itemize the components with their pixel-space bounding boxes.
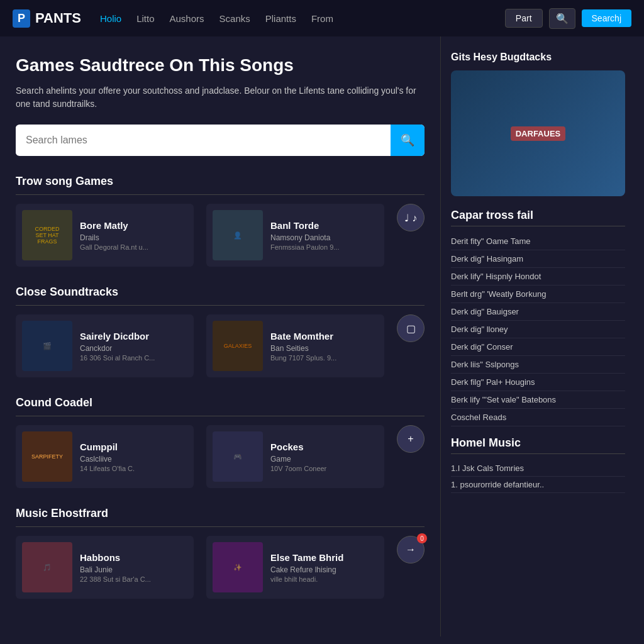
- section-title-1: Trow song Games: [16, 175, 425, 188]
- part-button[interactable]: Part: [505, 9, 543, 28]
- capar-item-10[interactable]: Coschel Reads: [451, 409, 625, 426]
- item-sub-1: Drails: [80, 233, 187, 242]
- capar-item-3[interactable]: Berlt drg" 'Weatly Borkung: [451, 286, 625, 303]
- searchj-button[interactable]: Searchj: [582, 9, 631, 27]
- item-card-bate-momther[interactable]: GALAXIES Bate Momther Ban Seities Bung 7…: [206, 314, 384, 377]
- homel-item-1[interactable]: 1. psourorride defantieur..: [451, 477, 625, 493]
- nav-item-from[interactable]: From: [311, 13, 333, 24]
- section-divider-3: [16, 416, 425, 416]
- item-detail-8: ville bhilt headi.: [270, 575, 378, 583]
- item-thumb-1: CORDEDSET HATFRAGS: [22, 210, 72, 260]
- featured-title: Gits Hesy Bugdtacks: [451, 52, 625, 63]
- item-name-4: Bate Momther: [270, 331, 378, 341]
- item-sub-8: Cake Refure lhising: [270, 565, 378, 574]
- capar-item-2[interactable]: Derk lify" Hispnly Hondot: [451, 268, 625, 286]
- item-name-2: Banl Torde: [270, 220, 378, 231]
- item-info-6: Pockes Game 10V 7oom Coneer: [270, 441, 378, 472]
- right-sidebar: Gits Hesy Bugdtacks DARFAUES Capar tross…: [440, 36, 635, 636]
- nav-item-holio[interactable]: Holio: [100, 13, 121, 24]
- capar-item-5[interactable]: Derk dig" lloney: [451, 321, 625, 338]
- item-card-sairely[interactable]: 🎬 Sairely Dicdbor Canckdor 16 306 Soi al…: [16, 314, 194, 377]
- nav-item-pliantts[interactable]: Pliantts: [265, 13, 296, 24]
- item-info-3: Sairely Dicdbor Canckdor 16 306 Soi al R…: [80, 331, 187, 362]
- logo-icon: P: [13, 9, 30, 28]
- item-card-bore-matly[interactable]: CORDEDSET HATFRAGS Bore Matly Drails Gal…: [16, 204, 194, 267]
- section-title-3: Cound Coadel: [16, 396, 425, 409]
- item-thumb-8: ✨: [213, 542, 263, 592]
- section-trow-song-games: Trow song Games CORDEDSET HATFRAGS Bore …: [16, 175, 425, 267]
- search-input[interactable]: [16, 126, 391, 155]
- search-bar: 🔍: [16, 125, 425, 156]
- item-card-banl-torde[interactable]: 👤 Banl Torde Namsony Daniota Fenmssiaa P…: [206, 204, 384, 267]
- item-thumb-6: 🎮: [213, 431, 263, 482]
- nav-item-aushors[interactable]: Aushors: [170, 13, 204, 24]
- capar-item-6[interactable]: Derk dig" Conser: [451, 338, 625, 356]
- item-detail-1: Gall Degoral Ra.nt u...: [80, 243, 187, 251]
- section-music-ehostfrard: Music Ehostfrard 🎵 Habbons Bali Junie 22…: [16, 507, 425, 599]
- magnifier-button[interactable]: 🔍: [549, 8, 575, 29]
- action-button-4-wrapper: → 0: [397, 536, 425, 599]
- item-detail-4: Bung 7107 Splus. 9...: [270, 354, 378, 362]
- nav: Holio Litto Aushors Scanks Pliantts From: [100, 13, 486, 24]
- item-card-cumppil[interactable]: SARPIFETY Cumppil Caslcliive 14 Lifeats …: [16, 425, 194, 488]
- item-name-6: Pockes: [270, 441, 378, 452]
- capar-item-9[interactable]: Berk lify "'Set vale" Batebons: [451, 391, 625, 409]
- action-button-2[interactable]: ▢: [397, 314, 425, 342]
- capar-item-8[interactable]: Derk filg" Pal+ Hougins: [451, 374, 625, 391]
- homel-divider: [451, 453, 625, 454]
- header: P PANTS Holio Litto Aushors Scanks Plian…: [0, 0, 644, 36]
- items-row-4: 🎵 Habbons Bali Junie 22 388 Sut si Bar'a…: [16, 536, 425, 599]
- item-card-else-tame[interactable]: ✨ Else Tame Bhrid Cake Refure lhising vi…: [206, 536, 384, 599]
- featured-movie-label: DARFAUES: [511, 126, 566, 141]
- item-thumb-3: 🎬: [22, 321, 72, 371]
- item-thumb-7: 🎵: [22, 542, 72, 592]
- item-sub-4: Ban Seities: [270, 344, 378, 353]
- item-sub-3: Canckdor: [80, 344, 187, 353]
- items-row-3: SARPIFETY Cumppil Caslcliive 14 Lifeats …: [16, 425, 425, 488]
- item-info-8: Else Tame Bhrid Cake Refure lhising vill…: [270, 552, 378, 583]
- item-sub-6: Game: [270, 455, 378, 464]
- nav-item-litto[interactable]: Litto: [136, 13, 154, 24]
- featured-image: DARFAUES: [451, 70, 625, 196]
- items-row-1: CORDEDSET HATFRAGS Bore Matly Drails Gal…: [16, 204, 425, 267]
- search-button[interactable]: 🔍: [391, 125, 425, 156]
- action-badge-4: 0: [417, 533, 427, 543]
- capar-item-7[interactable]: Derk liis" Sslpongs: [451, 356, 625, 374]
- item-info-1: Bore Matly Drails Gall Degoral Ra.nt u..…: [80, 220, 187, 251]
- left-content: Games Saudtrece On This Songs Search ahe…: [0, 36, 440, 636]
- item-sub-5: Caslcliive: [80, 455, 187, 464]
- header-right: Part 🔍 Searchj: [505, 8, 631, 29]
- item-name-5: Cumppil: [80, 441, 187, 452]
- item-detail-7: 22 388 Sut si Bar'a C...: [80, 575, 187, 583]
- capar-title: Capar tross fail: [451, 209, 625, 222]
- item-info-7: Habbons Bali Junie 22 388 Sut si Bar'a C…: [80, 552, 187, 583]
- item-detail-5: 14 Lifeats O'fia C.: [80, 465, 187, 472]
- action-button-3[interactable]: +: [397, 425, 425, 453]
- section-divider-2: [16, 305, 425, 306]
- item-name-8: Else Tame Bhrid: [270, 552, 378, 563]
- section-divider-1: [16, 194, 425, 195]
- items-row-2: 🎬 Sairely Dicdbor Canckdor 16 306 Soi al…: [16, 314, 425, 377]
- item-detail-2: Fenmssiaa Paulon 9...: [270, 243, 378, 251]
- item-name-1: Bore Matly: [80, 220, 187, 231]
- item-thumb-2: 👤: [213, 210, 263, 260]
- main-layout: Games Saudtrece On This Songs Search ahe…: [0, 36, 644, 636]
- item-info-4: Bate Momther Ban Seities Bung 7107 Splus…: [270, 331, 378, 362]
- logo[interactable]: P PANTS: [13, 9, 81, 28]
- item-thumb-5: SARPIFETY: [22, 431, 72, 482]
- item-detail-3: 16 306 Soi al Ranch C...: [80, 354, 187, 362]
- capar-item-4[interactable]: Derk dig" Bauigser: [451, 303, 625, 321]
- page-desc: Search ahelints your offere your soutcho…: [16, 84, 425, 111]
- section-title-4: Music Ehostfrard: [16, 507, 425, 520]
- item-thumb-4: GALAXIES: [213, 321, 263, 371]
- item-sub-2: Namsony Daniota: [270, 233, 378, 242]
- item-card-pockes[interactable]: 🎮 Pockes Game 10V 7oom Coneer: [206, 425, 384, 488]
- nav-item-scanks[interactable]: Scanks: [219, 13, 250, 24]
- item-name-7: Habbons: [80, 552, 187, 563]
- item-card-habbons[interactable]: 🎵 Habbons Bali Junie 22 388 Sut si Bar'a…: [16, 536, 194, 599]
- homel-item-0[interactable]: 1.I Jsk Cals Tomries: [451, 460, 625, 477]
- section-title-2: Close Soundtracks: [16, 286, 425, 299]
- action-button-1[interactable]: ♩ ♪: [397, 204, 425, 231]
- capar-item-0[interactable]: Derit fity" Oame Tame: [451, 233, 625, 250]
- capar-item-1[interactable]: Derk dig" Hasingam: [451, 250, 625, 268]
